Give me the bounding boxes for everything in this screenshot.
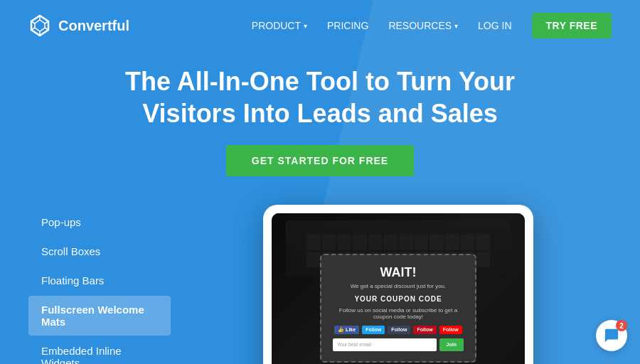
brand-name: Convertful — [58, 18, 129, 34]
social-youtube-btn[interactable]: Follow — [439, 326, 462, 334]
sidebar-item-fullscreen[interactable]: Fullscreen Welcome Mats — [28, 296, 171, 336]
popup-subtitle: We got a special discount just for you. — [333, 283, 464, 289]
popup-box: WAIT! We got a special discount just for… — [320, 254, 476, 363]
sidebar-item-popups[interactable]: Pop-ups — [28, 208, 171, 236]
nav-product[interactable]: PRODUCT ▾ — [252, 20, 307, 31]
nav-pricing[interactable]: PRICING — [327, 20, 368, 31]
main-content: Pop-ups Scroll Boxes Floating Bars Fulls… — [0, 183, 640, 364]
try-free-button[interactable]: TRY FREE — [532, 13, 612, 38]
navbar: Convertful PRODUCT ▾ PRICING RESOURCES ▾… — [0, 0, 640, 51]
popup-follow-text: Follow us on social media or subscribe t… — [333, 307, 464, 320]
tablet-frame: WAIT! We got a special discount just for… — [263, 205, 533, 364]
logo-icon — [28, 14, 51, 37]
popup-email-input[interactable]: Your best email — [333, 338, 437, 351]
sidebar-item-scroll-boxes[interactable]: Scroll Boxes — [28, 237, 171, 265]
hero-section: The All-In-One Tool to Turn Your Visitor… — [0, 51, 640, 183]
popup-email-row: Your best email Join — [333, 338, 464, 351]
nav-links: PRODUCT ▾ PRICING RESOURCES ▾ LOG IN TRY… — [252, 13, 612, 38]
sidebar-item-floating-bars[interactable]: Floating Bars — [28, 267, 171, 294]
nav-login[interactable]: LOG IN — [478, 20, 511, 31]
tablet-screen: WAIT! We got a special discount just for… — [272, 213, 525, 364]
get-started-button[interactable]: GET STARTED FOR FREE — [226, 145, 414, 176]
popup-overlay: WAIT! We got a special discount just for… — [272, 213, 525, 364]
social-facebook-btn[interactable]: 👍 Like — [334, 326, 359, 334]
tablet-preview-area: WAIT! We got a special discount just for… — [171, 205, 612, 364]
social-pinterest-btn[interactable]: Follow — [413, 326, 436, 334]
social-twitter-btn[interactable]: Follow — [362, 326, 385, 334]
chat-bubble[interactable]: 2 — [596, 320, 627, 351]
chat-badge: 2 — [616, 320, 627, 331]
sidebar-item-inline-widgets[interactable]: Embedded Inline Widgets — [28, 337, 171, 364]
logo[interactable]: Convertful — [28, 14, 129, 37]
nav-resources[interactable]: RESOURCES ▾ — [388, 20, 458, 31]
chat-bubble-icon — [604, 328, 619, 343]
hero-headline: The All-In-One Tool to Turn Your Visitor… — [107, 65, 533, 129]
popup-wait-text: WAIT! — [333, 265, 464, 280]
popup-join-button[interactable]: Join — [439, 338, 464, 351]
popup-coupon-label: YOUR COUPON CODE — [333, 295, 464, 303]
resources-chevron-icon: ▾ — [454, 22, 458, 30]
svg-marker-1 — [35, 20, 45, 31]
product-chevron-icon: ▾ — [304, 22, 307, 30]
social-tumblr-btn[interactable]: Follow — [388, 326, 410, 334]
popup-social-buttons: 👍 Like Follow Follow Follow Follow — [333, 326, 464, 334]
feature-sidebar: Pop-ups Scroll Boxes Floating Bars Fulls… — [28, 205, 171, 364]
